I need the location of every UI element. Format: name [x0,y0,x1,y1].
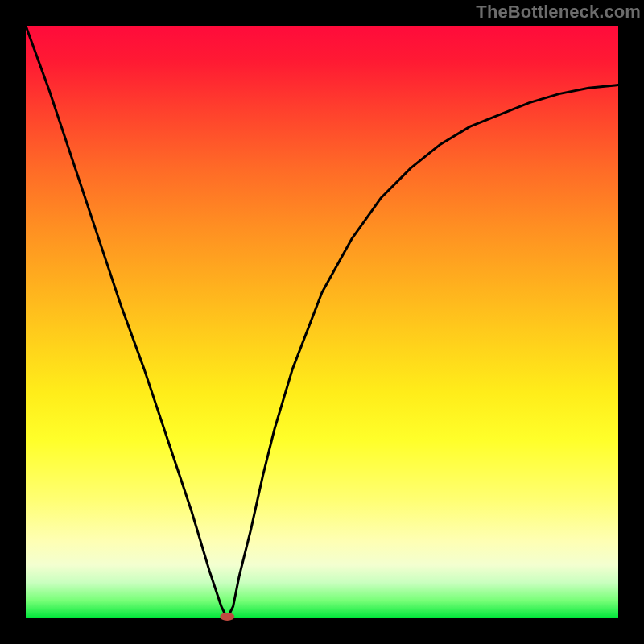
chart-frame: TheBottleneck.com [0,0,644,644]
watermark-text: TheBottleneck.com [476,2,641,23]
bottleneck-curve [26,26,618,618]
chart-svg [26,26,618,618]
plot-area [26,26,618,618]
minimum-marker [220,613,234,621]
